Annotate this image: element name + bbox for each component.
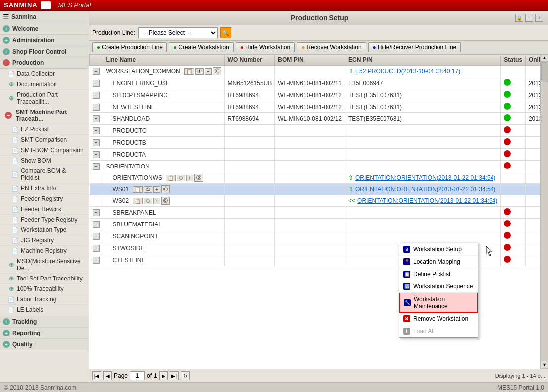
sidebar-production[interactable]: − Production <box>0 57 89 69</box>
expand-icon[interactable]: + <box>93 245 100 252</box>
sidebar-item-prod-part-trace[interactable]: ⊕ Production Part Traceabilit... <box>0 90 89 107</box>
table-row[interactable]: + ENGINEERING_USE MN65126155UB WL-MIN610… <box>90 77 541 89</box>
table-row[interactable]: + PRODUCTC <box>90 125 541 137</box>
prev-page-btn[interactable]: ◀ <box>103 371 112 380</box>
maximize-btn[interactable]: + <box>535 14 543 22</box>
sidebar-smt-section[interactable]: − SMT Machine Part Traceab... <box>0 107 89 124</box>
table-row[interactable]: + SCANINGPOINT <box>90 230 541 242</box>
sidebar-item-smt-bom[interactable]: 📄 SMT-BOM Comparision <box>0 145 89 156</box>
table-row[interactable]: + SBREAKPANEL <box>90 207 541 219</box>
expand-icon[interactable]: + <box>93 80 100 87</box>
table-row[interactable]: − SORIENTATION <box>90 161 541 172</box>
recover-workstation-btn[interactable]: ● Recover Workstation <box>297 42 366 52</box>
ws-add-btn[interactable]: + <box>205 68 212 75</box>
sidebar-item-le-labels[interactable]: 📄 LE Labels <box>0 305 89 315</box>
ws-add-btn2[interactable]: + <box>186 175 193 181</box>
ctx-location-mapping[interactable]: 📍 Location Mapping <box>399 256 478 268</box>
scroll-up-btn[interactable]: ▲ <box>541 54 548 62</box>
ctx-define-picklist[interactable]: 📋 Define Picklist <box>399 268 478 280</box>
expand-icon[interactable]: + <box>93 127 100 134</box>
scroll-thumb[interactable] <box>541 62 548 82</box>
ws01-num-btn[interactable]: ① <box>144 186 152 193</box>
sidebar-item-machine-registry[interactable]: 📄 Machine Registry <box>0 246 89 256</box>
sidebar-item-feeder-type-registry[interactable]: 📄 Feeder Type Registry <box>0 215 89 225</box>
expand-icon[interactable]: + <box>93 104 100 111</box>
create-workstation-btn[interactable]: ● Create Workstation <box>169 42 234 52</box>
ws-edit-btn2[interactable]: 📋 <box>166 175 176 181</box>
expand-icon[interactable]: + <box>93 92 100 99</box>
expand-icon[interactable]: − <box>93 163 100 170</box>
ctx-ws-sequence[interactable]: 🔢 Workstation Sequence <box>399 280 478 293</box>
lock-btn[interactable]: 🔒 <box>515 14 523 22</box>
scroll-down-btn[interactable]: ▼ <box>541 361 548 369</box>
expand-icon[interactable]: + <box>93 139 100 146</box>
table-row-ws01[interactable]: WS01 📋 ① + ⓪ ⇧ <box>90 184 541 195</box>
expand-icon[interactable]: + <box>93 151 100 158</box>
sidebar-item-show-bom[interactable]: 📄 Show BOM <box>0 156 89 166</box>
sidebar-reporting[interactable]: + Reporting <box>0 328 89 339</box>
table-row[interactable]: − WORKSTATION_COMMON 📋 ① + ⓪ <box>90 66 541 77</box>
production-line-select[interactable]: ---Please Select--- <box>138 27 218 38</box>
sidebar-sanmina[interactable]: ☰ Sanmina <box>0 11 89 23</box>
sidebar-item-data-collector[interactable]: 📄 Data Collector <box>0 69 89 79</box>
expand-icon[interactable]: + <box>93 257 100 264</box>
minimize-btn[interactable]: − <box>525 14 533 22</box>
next-page-btn[interactable]: ▶ <box>159 371 168 380</box>
ws-num-btn2[interactable]: ① <box>177 175 185 181</box>
vertical-scrollbar[interactable]: ▲ ▼ <box>540 54 548 369</box>
sidebar-welcome[interactable]: + Welcome <box>0 23 89 35</box>
sidebar-administration[interactable]: + Administration <box>0 35 89 46</box>
sidebar-item-msd[interactable]: ⊕ MSD(Moisture Sensitive De... <box>0 256 89 274</box>
sidebar-item-jig-registry[interactable]: 📄 JIG Registry <box>0 235 89 246</box>
expand-icon[interactable]: + <box>93 115 100 122</box>
sidebar-item-workstation-type[interactable]: 📄 Workstation Type <box>0 225 89 235</box>
create-prod-line-btn[interactable]: ● Create Production Line <box>92 42 167 52</box>
sidebar-item-100pct[interactable]: ⊕ 100% Traceability <box>0 284 89 294</box>
ecn-link4[interactable]: ORIENTATION:ORIENTATION(2013-01-22 01:34… <box>357 197 497 204</box>
sidebar-item-labor-tracking[interactable]: 📄 Labor Tracking <box>0 294 89 305</box>
sidebar-quality[interactable]: + Quality <box>0 339 89 350</box>
ws-circle-btn2[interactable]: ⓪ <box>194 174 203 182</box>
ctx-workstation-setup[interactable]: 🖥 Workstation Setup <box>399 243 478 256</box>
sidebar-item-documentation[interactable]: ⊕ Documentation <box>0 79 89 90</box>
table-row[interactable]: + SHANDLOAD RT6988694 WL-MIN610-081-002/… <box>90 113 541 125</box>
ws-edit-btn[interactable]: 📋 <box>184 68 194 75</box>
last-page-btn[interactable]: ▶| <box>170 371 179 380</box>
table-row[interactable]: WS02 📋 ① + ⓪ << <box>90 195 541 207</box>
ws01-add-btn[interactable]: + <box>153 186 160 193</box>
ws-num-btn[interactable]: ① <box>195 68 204 75</box>
table-row[interactable]: + SBLUEMATERIAL <box>90 219 541 230</box>
ws-circle-btn[interactable]: ⓪ <box>213 67 221 75</box>
refresh-btn[interactable]: ↻ <box>181 371 190 380</box>
sidebar-item-smt-comparison[interactable]: 📄 SMT Comparison <box>0 135 89 145</box>
ws01-circle-btn[interactable]: ⓪ <box>161 185 170 193</box>
page-input[interactable] <box>130 371 145 380</box>
hide-workstation-btn[interactable]: ● Hide Workstation <box>236 42 295 52</box>
ecn-link2[interactable]: ORIENTATION:ORIENTATION(2013-01-22 01:34… <box>355 174 495 181</box>
table-row[interactable]: + PRODUCTA <box>90 149 541 161</box>
sidebar-item-feeder-rework[interactable]: 📄 Feeder Rework <box>0 204 89 215</box>
expand-icon[interactable]: + <box>93 209 100 216</box>
sidebar-item-ez-picklist[interactable]: 📄 EZ Picklist <box>0 124 89 135</box>
search-button[interactable]: 🔍 <box>220 27 231 38</box>
table-row[interactable]: + SFDCPTSMAPPING RT6988694 WL-MIN610-081… <box>90 89 541 101</box>
ecn-link3[interactable]: ORIENTATION:ORIENTATION(2013-01-22 01:34… <box>355 186 495 193</box>
table-row[interactable]: + NEWTESTLINE RT6988694 WL-MIN610-081-00… <box>90 101 541 113</box>
sidebar-item-compare-bom[interactable]: 📄 Compare BOM & Picklist <box>0 166 89 183</box>
ws02-num-btn[interactable]: ① <box>144 198 152 204</box>
ctx-ws-maintenance[interactable]: 🔧 Workstation Maintenance <box>399 293 478 313</box>
ws02-add-btn[interactable]: + <box>153 198 160 204</box>
sidebar-tracking[interactable]: + Tracking <box>0 316 89 328</box>
ws02-circle-btn[interactable]: ⓪ <box>161 197 170 205</box>
ecn-link[interactable]: E52:PRODUCTD(2013-10-04 03:40:17) <box>355 68 460 75</box>
sidebar-shop-floor-control[interactable]: + Shop Floor Control <box>0 46 89 57</box>
table-row[interactable]: ORIENTATIONWS 📋 ① + ⓪ <box>90 172 541 184</box>
hide-recover-prod-line-btn[interactable]: ● Hide/Recover Production Line <box>368 42 461 52</box>
expand-icon[interactable]: + <box>93 233 100 240</box>
ws02-edit-btn[interactable]: 📋 <box>133 198 143 204</box>
sidebar-item-pn-extra[interactable]: 📄 PN Extra Info <box>0 183 89 194</box>
sidebar-item-feeder-registry[interactable]: 📄 Feeder Registry <box>0 194 89 204</box>
ws01-edit-btn[interactable]: 📋 <box>133 186 143 193</box>
expand-icon[interactable]: − <box>93 68 100 75</box>
first-page-btn[interactable]: |◀ <box>92 371 101 380</box>
